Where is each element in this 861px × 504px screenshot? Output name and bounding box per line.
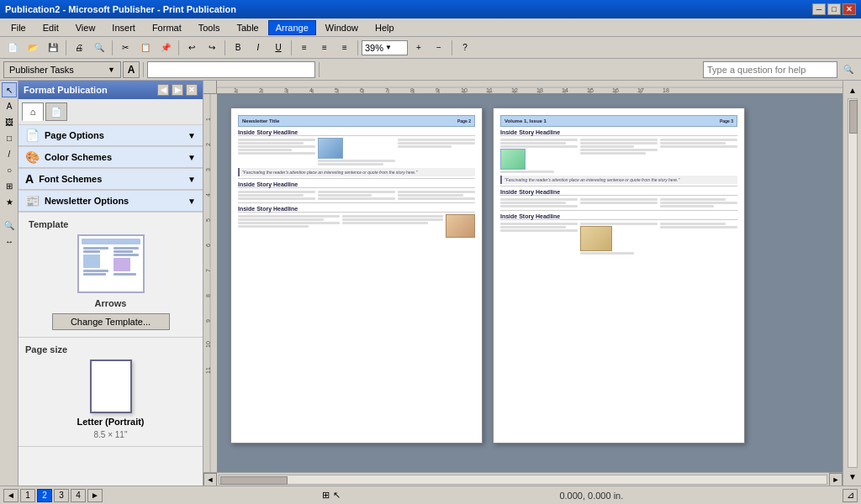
minimize-button[interactable]: ─	[812, 3, 826, 15]
resize-handle[interactable]: ⊿	[843, 489, 858, 502]
color-schemes-header[interactable]: 🎨 Color Schemes ▼	[18, 147, 203, 168]
menu-edit[interactable]: Edit	[35, 20, 66, 35]
menu-format[interactable]: Format	[145, 20, 189, 35]
menu-arrange[interactable]: Arrange	[268, 20, 316, 35]
svg-text:3: 3	[205, 168, 211, 171]
newsletter-options-icon: 📰	[25, 194, 40, 207]
zoom-tool[interactable]: 🔍	[2, 218, 17, 233]
zoom-dropdown-icon[interactable]: ▼	[385, 44, 392, 51]
newsletter-options-header[interactable]: 📰 Newsletter Options ▼	[18, 191, 203, 212]
text-tool[interactable]: A	[2, 98, 17, 113]
story-headline-2: Inside Story Headline	[238, 181, 475, 188]
menu-view[interactable]: View	[68, 20, 103, 35]
panel-forward-btn[interactable]: ▶	[172, 84, 183, 96]
aa-btn[interactable]: A	[123, 61, 140, 78]
open-btn[interactable]: 📂	[24, 39, 42, 57]
bold-btn[interactable]: B	[229, 39, 247, 57]
svg-text:9: 9	[436, 87, 439, 93]
menu-table[interactable]: Table	[229, 20, 266, 35]
design-gallery[interactable]: ★	[2, 194, 17, 209]
oval-tool[interactable]: ○	[2, 162, 17, 177]
italic-btn[interactable]: I	[249, 39, 267, 57]
close-button[interactable]: ✕	[843, 3, 856, 15]
print-btn[interactable]: 🖨	[70, 39, 88, 57]
story-3-col-2	[342, 214, 444, 238]
story-p3-3-col-1	[500, 222, 578, 255]
menu-file[interactable]: File	[3, 20, 34, 35]
sep5	[291, 40, 292, 55]
page-navigation: ◄ 1 2 3 4 ►	[3, 489, 103, 502]
nav-page-btn[interactable]: 📄	[45, 102, 67, 121]
underline-btn[interactable]: U	[269, 39, 288, 57]
story-p3-1-col-1	[500, 138, 578, 174]
copy-btn[interactable]: 📋	[136, 39, 155, 57]
page-2-btn[interactable]: 2	[37, 489, 52, 502]
align-left-btn[interactable]: ≡	[295, 39, 314, 57]
publication-page-2[interactable]: Newsletter Title Page 2 Inside Story Hea…	[230, 108, 483, 444]
prev-page-btn[interactable]: ◄	[3, 489, 18, 502]
menu-window[interactable]: Window	[318, 20, 366, 35]
page-options-icon: 📄	[25, 129, 40, 142]
nav-home-btn[interactable]: ⌂	[22, 102, 44, 121]
save-btn[interactable]: 💾	[44, 39, 62, 57]
scroll-thumb-v[interactable]	[849, 100, 858, 134]
publication-page-3[interactable]: Volume 1, Issue 1 Page 3 Inside Story He…	[493, 108, 745, 444]
canvas-row: 1 2 3 4 5 6 7 8 9 10 11	[203, 94, 843, 472]
panel-back-btn[interactable]: ◀	[157, 84, 169, 96]
maximize-button[interactable]: □	[827, 3, 841, 15]
align-right-btn[interactable]: ≡	[335, 39, 354, 57]
connect-tool[interactable]: ↔	[2, 234, 17, 249]
cut-btn[interactable]: ✂	[116, 39, 135, 57]
scroll-down-btn[interactable]: ▼	[845, 469, 860, 484]
scroll-left-btn[interactable]: ◄	[203, 473, 217, 486]
scroll-track-h[interactable]	[219, 475, 827, 485]
svg-text:1: 1	[234, 87, 237, 93]
page-1-btn[interactable]: 1	[20, 489, 35, 502]
shape-tool[interactable]: □	[2, 130, 17, 145]
zoom-box[interactable]: 39% ▼	[362, 40, 408, 55]
select-tool[interactable]: ↖	[2, 82, 17, 97]
font-schemes-icon: A	[25, 172, 34, 186]
help-search-input[interactable]	[703, 61, 837, 78]
page-3-btn[interactable]: 3	[54, 489, 69, 502]
paste-btn[interactable]: 📌	[156, 39, 175, 57]
next-page-btn[interactable]: ►	[87, 489, 103, 502]
new-btn[interactable]: 📄	[3, 39, 22, 57]
help-btn[interactable]: ?	[456, 39, 474, 57]
zoom-out-btn[interactable]: −	[430, 39, 448, 57]
picture-tool[interactable]: 🖼	[2, 114, 17, 129]
scroll-right-btn[interactable]: ►	[829, 473, 843, 486]
format-panel-header: Format Publication ◀ ▶ ✕	[18, 81, 203, 99]
scroll-thumb-h[interactable]	[220, 476, 288, 485]
color-schemes-label: Color Schemes	[45, 152, 112, 162]
redo-btn[interactable]: ↪	[203, 39, 221, 57]
page-options-header[interactable]: 📄 Page Options ▼	[18, 125, 203, 146]
font-schemes-header[interactable]: A Font Schemes ▼	[18, 169, 203, 190]
page-4-btn[interactable]: 4	[71, 489, 86, 502]
undo-btn[interactable]: ↩	[182, 39, 201, 57]
story-p3-1-col-3	[660, 138, 737, 174]
scrollable-canvas[interactable]: Newsletter Title Page 2 Inside Story Hea…	[217, 94, 843, 472]
scroll-track-v[interactable]	[848, 98, 858, 468]
panel-close-btn[interactable]: ✕	[186, 84, 198, 96]
story-p3-3-content	[500, 222, 737, 255]
font-dropdown[interactable]	[147, 61, 315, 78]
menu-insert[interactable]: Insert	[104, 20, 143, 35]
change-template-button[interactable]: Change Template...	[52, 313, 170, 330]
help-search-btn[interactable]: 🔍	[839, 60, 858, 79]
preview-btn[interactable]: 🔍	[90, 39, 108, 57]
menu-tools[interactable]: Tools	[191, 20, 228, 35]
table-tool[interactable]: ⊞	[2, 178, 17, 193]
divider-1	[238, 178, 475, 179]
line-tool[interactable]: /	[2, 146, 17, 161]
scroll-up-btn[interactable]: ▲	[845, 82, 860, 97]
align-center-btn[interactable]: ≡	[315, 39, 334, 57]
panel-nav: ⌂ 📄	[18, 99, 203, 125]
template-section: Template	[18, 213, 203, 338]
zoom-in-btn[interactable]: +	[409, 39, 428, 57]
svg-text:5: 5	[335, 87, 338, 93]
publisher-tasks-dropdown[interactable]: Publisher Tasks ▼	[3, 61, 121, 78]
horizontal-scrollbar[interactable]: ◄ ►	[203, 472, 843, 486]
font-schemes-label: Font Schemes	[39, 174, 102, 184]
menu-help[interactable]: Help	[367, 20, 402, 35]
